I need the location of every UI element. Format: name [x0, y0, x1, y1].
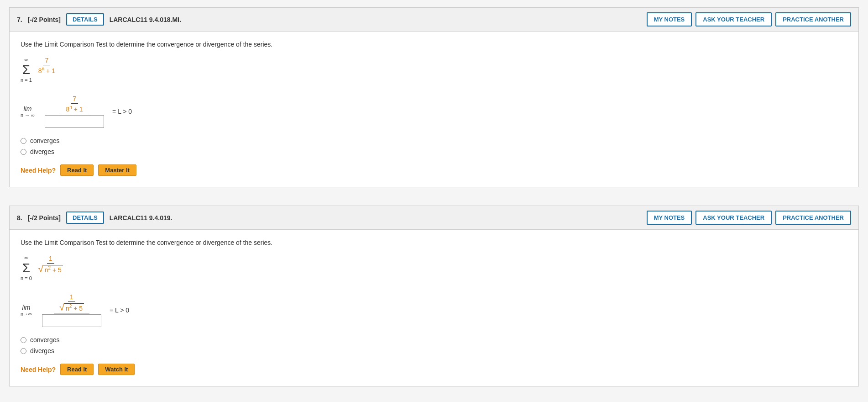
problem-7-details-button[interactable]: DETAILS	[66, 13, 104, 26]
problem-8-body: Use the Limit Comparison Test to determi…	[10, 230, 858, 386]
problem-8-ask-teacher-button[interactable]: ASK YOUR TEACHER	[695, 211, 772, 225]
problem-8-read-it-button[interactable]: Read It	[60, 364, 94, 375]
problem-8: 8. [-/2 Points] DETAILS LARCALC11 9.4.01…	[9, 206, 859, 386]
problem-8-sqrt: √ n2 + 5	[38, 264, 63, 274]
problem-7-radio-group: converges diverges	[21, 137, 847, 155]
problem-7-read-it-button[interactable]: Read It	[60, 164, 94, 176]
problem-8-lim-sqrt-content: n2 + 5	[64, 303, 84, 312]
problem-8-lim-sqrt-symbol: √	[59, 303, 64, 312]
problem-8-practice-another-button[interactable]: PRACTICE ANOTHER	[775, 211, 851, 225]
problem-8-sigma: ∞ Σ n = 0	[21, 255, 32, 281]
problem-8-sigma-lower: n = 0	[21, 275, 32, 281]
problem-8-need-help: Need Help? Read It Watch It	[21, 364, 847, 375]
problem-8-points: [-/2 Points]	[28, 214, 61, 222]
problem-7-ask-teacher-button[interactable]: ASK YOUR TEACHER	[695, 12, 772, 26]
problem-8-answer-input[interactable]	[42, 314, 101, 327]
problem-8-lim-den	[38, 313, 105, 327]
problem-7-denominator: 8n + 1	[37, 65, 57, 74]
problem-7-equals: = L > 0	[112, 108, 132, 115]
problem-7-my-notes-button[interactable]: MY NOTES	[647, 12, 692, 26]
problem-8-lim-sqrt: √ n2 + 5	[59, 303, 84, 312]
problem-7-lim-inner-num: 7	[71, 95, 78, 104]
problem-7-converges-option[interactable]: converges	[21, 137, 847, 144]
problem-8-watch-it-button[interactable]: Watch It	[98, 364, 135, 375]
problem-8-series: ∞ Σ n = 0 1 √ n2 + 5	[21, 255, 65, 281]
problem-7-sigma-symbol: Σ	[22, 63, 30, 77]
problem-8-my-notes-button[interactable]: MY NOTES	[647, 211, 692, 225]
problem-7-converges-radio[interactable]	[21, 138, 26, 144]
problem-7-id: LARCALC11 9.4.018.MI.	[110, 16, 181, 23]
problem-7-math: ∞ Σ n = 1 7 8n + 1 lim n → ∞	[21, 55, 847, 128]
problem-8-sigma-symbol: Σ	[22, 261, 30, 275]
problem-7-header-buttons: MY NOTES ASK YOUR TEACHER PRACTICE ANOTH…	[647, 12, 851, 26]
problem-8-sqrt-content: n2 + 5	[43, 265, 63, 274]
problem-8-header: 8. [-/2 Points] DETAILS LARCALC11 9.4.01…	[10, 206, 858, 230]
problem-7-points: [-/2 Points]	[28, 16, 61, 23]
problem-8-lim-inner-num: 1	[68, 293, 75, 302]
problem-8-lim-text: lim	[22, 304, 31, 311]
problem-7-lim-num: 7 8n + 1	[61, 95, 89, 114]
spacer-1	[0, 195, 868, 198]
problem-7-series: ∞ Σ n = 1 7 8n + 1	[21, 57, 57, 83]
problem-7-numerator: 7	[43, 57, 50, 65]
problem-8-converges-radio[interactable]	[21, 337, 26, 343]
problem-8-radio-group: converges diverges	[21, 336, 847, 354]
problem-7-need-help-label: Need Help?	[21, 167, 56, 174]
problem-8-diverges-option[interactable]: diverges	[21, 347, 847, 354]
problem-8-details-button[interactable]: DETAILS	[66, 212, 104, 224]
problem-8-header-buttons: MY NOTES ASK YOUR TEACHER PRACTICE ANOTH…	[647, 211, 851, 225]
problem-7-lim-fraction: 7 8n + 1	[41, 95, 108, 128]
problem-7: 7. [-/2 Points] DETAILS LARCALC11 9.4.01…	[9, 7, 859, 187]
problem-8-converges-label: converges	[30, 336, 60, 344]
problem-8-lim-block: lim n→∞	[21, 304, 32, 317]
problem-8-number: 8.	[17, 214, 22, 222]
problem-7-lim-den	[41, 114, 108, 128]
problem-7-sigma: ∞ Σ n = 1	[21, 57, 32, 83]
problem-8-lim-fraction: 1 √ n2 + 5	[38, 293, 105, 327]
problem-8-limit-row: lim n→∞ 1 √ n2 + 5	[21, 293, 847, 327]
problem-8-math: ∞ Σ n = 0 1 √ n2 + 5 lim	[21, 254, 847, 327]
problem-7-diverges-label: diverges	[30, 148, 54, 155]
problem-8-equals: = L > 0	[110, 307, 129, 314]
problem-7-diverges-option[interactable]: diverges	[21, 148, 847, 155]
problem-8-sigma-upper: ∞	[24, 255, 28, 261]
problem-7-fraction: 7 8n + 1	[37, 57, 57, 74]
problem-8-description: Use the Limit Comparison Test to determi…	[21, 239, 847, 246]
problem-8-lim-inner-fraction: 1 √ n2 + 5	[58, 293, 86, 312]
problem-8-fraction: 1 √ n2 + 5	[37, 255, 65, 274]
problem-8-id: LARCALC11 9.4.019.	[110, 214, 173, 222]
problem-8-lim-sub: n→∞	[21, 311, 32, 317]
problem-8-need-help-label: Need Help?	[21, 366, 56, 373]
problem-7-description: Use the Limit Comparison Test to determi…	[21, 41, 847, 48]
problem-7-converges-label: converges	[30, 137, 60, 144]
problem-7-sigma-lower: n = 1	[21, 77, 32, 83]
problem-7-need-help: Need Help? Read It Master It	[21, 164, 847, 176]
problem-7-lim-inner-den: 8n + 1	[64, 104, 85, 113]
problem-7-header: 7. [-/2 Points] DETAILS LARCALC11 9.4.01…	[10, 8, 858, 32]
problem-7-body: Use the Limit Comparison Test to determi…	[10, 32, 858, 187]
problem-8-diverges-label: diverges	[30, 347, 54, 354]
problem-8-header-left: 8. [-/2 Points] DETAILS LARCALC11 9.4.01…	[17, 212, 172, 224]
problem-7-diverges-radio[interactable]	[21, 149, 26, 155]
problem-7-sigma-upper: ∞	[24, 57, 28, 63]
problem-7-number: 7.	[17, 16, 22, 23]
problem-7-lim-sub: n → ∞	[21, 112, 35, 118]
problem-8-diverges-radio[interactable]	[21, 348, 26, 354]
problem-8-sqrt-symbol: √	[38, 264, 43, 274]
problem-8-denominator: √ n2 + 5	[37, 264, 65, 274]
problem-7-lim-text: lim	[24, 105, 32, 112]
problem-8-lim-inner-den: √ n2 + 5	[58, 302, 86, 312]
problem-7-answer-input[interactable]	[45, 115, 104, 128]
problem-7-lim-block: lim n → ∞	[21, 105, 35, 118]
problem-7-limit-row: lim n → ∞ 7 8n + 1 = L > 0	[21, 95, 847, 128]
problem-7-master-it-button[interactable]: Master It	[98, 164, 136, 176]
problem-7-header-left: 7. [-/2 Points] DETAILS LARCALC11 9.4.01…	[17, 13, 181, 26]
problem-8-converges-option[interactable]: converges	[21, 336, 847, 344]
problem-7-practice-another-button[interactable]: PRACTICE ANOTHER	[775, 12, 851, 26]
problem-8-numerator: 1	[47, 255, 54, 264]
problem-7-lim-inner-fraction: 7 8n + 1	[64, 95, 85, 113]
problem-8-lim-num: 1 √ n2 + 5	[54, 293, 89, 313]
